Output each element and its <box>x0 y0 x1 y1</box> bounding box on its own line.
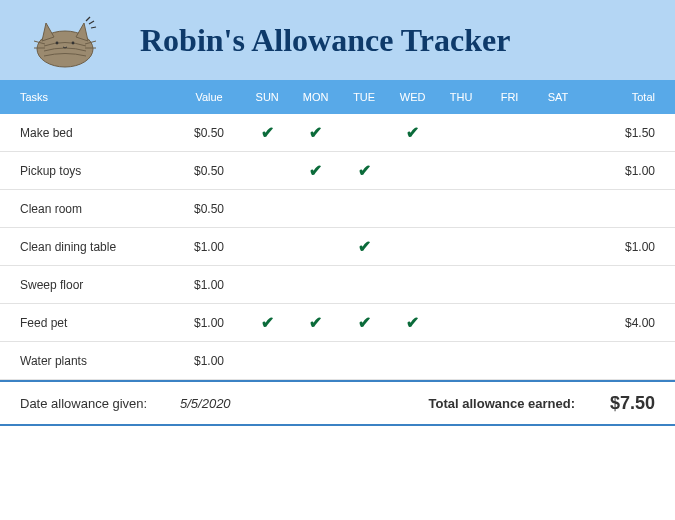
task-name: Make bed <box>20 126 175 140</box>
row-total: $1.00 <box>582 164 655 178</box>
task-value: $0.50 <box>175 164 243 178</box>
task-value: $1.00 <box>175 354 243 368</box>
day-cell: ✔ <box>291 161 339 180</box>
task-value: $1.00 <box>175 240 243 254</box>
check-icon: ✔ <box>309 124 322 141</box>
svg-line-7 <box>86 17 90 21</box>
check-icon: ✔ <box>358 238 371 255</box>
col-header-tasks: Tasks <box>20 91 175 103</box>
day-cell: ✔ <box>340 161 388 180</box>
day-cell: ✔ <box>243 313 291 332</box>
task-value: $0.50 <box>175 202 243 216</box>
task-name: Pickup toys <box>20 164 175 178</box>
col-header-fri: FRI <box>485 91 533 103</box>
col-header-total: Total <box>582 91 655 103</box>
col-header-tue: TUE <box>340 91 388 103</box>
check-icon: ✔ <box>309 314 322 331</box>
day-cell: ✔ <box>340 237 388 256</box>
task-name: Clean dining table <box>20 240 175 254</box>
table-row: Clean dining table$1.00✔$1.00 <box>0 228 675 266</box>
col-header-value: Value <box>175 91 243 103</box>
header: Robin's Allowance Tracker <box>0 0 675 80</box>
task-name: Clean room <box>20 202 175 216</box>
task-name: Water plants <box>20 354 175 368</box>
col-header-sun: SUN <box>243 91 291 103</box>
check-icon: ✔ <box>358 162 371 179</box>
table-row: Make bed$0.50✔✔✔$1.50 <box>0 114 675 152</box>
footer-row: Date allowance given: 5/5/2020 Total all… <box>0 380 675 426</box>
check-icon: ✔ <box>261 314 274 331</box>
check-icon: ✔ <box>261 124 274 141</box>
check-icon: ✔ <box>309 162 322 179</box>
check-icon: ✔ <box>406 124 419 141</box>
task-value: $0.50 <box>175 126 243 140</box>
task-value: $1.00 <box>175 316 243 330</box>
check-icon: ✔ <box>358 314 371 331</box>
task-name: Feed pet <box>20 316 175 330</box>
page-title: Robin's Allowance Tracker <box>140 22 510 59</box>
task-table-body: Make bed$0.50✔✔✔$1.50Pickup toys$0.50✔✔$… <box>0 114 675 380</box>
col-header-mon: MON <box>291 91 339 103</box>
table-row: Water plants$1.00 <box>0 342 675 380</box>
task-name: Sweep floor <box>20 278 175 292</box>
svg-point-2 <box>72 42 75 45</box>
day-cell: ✔ <box>388 313 436 332</box>
column-header-row: Tasks Value SUN MON TUE WED THU FRI SAT … <box>0 80 675 114</box>
day-cell: ✔ <box>291 123 339 142</box>
svg-point-1 <box>56 42 59 45</box>
footer-date-label: Date allowance given: <box>20 396 180 411</box>
day-cell: ✔ <box>340 313 388 332</box>
check-icon: ✔ <box>406 314 419 331</box>
row-total: $1.50 <box>582 126 655 140</box>
footer-date-value: 5/5/2020 <box>180 396 270 411</box>
task-value: $1.00 <box>175 278 243 292</box>
row-total: $4.00 <box>582 316 655 330</box>
table-row: Clean room$0.50 <box>0 190 675 228</box>
table-row: Feed pet$1.00✔✔✔✔$4.00 <box>0 304 675 342</box>
table-row: Sweep floor$1.00 <box>0 266 675 304</box>
col-header-wed: WED <box>388 91 436 103</box>
col-header-thu: THU <box>437 91 485 103</box>
footer-total-value: $7.50 <box>575 393 655 414</box>
svg-line-8 <box>89 21 94 24</box>
day-cell: ✔ <box>388 123 436 142</box>
table-row: Pickup toys$0.50✔✔$1.00 <box>0 152 675 190</box>
day-cell: ✔ <box>291 313 339 332</box>
cat-icon <box>30 11 100 69</box>
svg-line-9 <box>91 27 96 28</box>
col-header-sat: SAT <box>534 91 582 103</box>
row-total: $1.00 <box>582 240 655 254</box>
footer-total-label: Total allowance earned: <box>429 396 575 411</box>
day-cell: ✔ <box>243 123 291 142</box>
